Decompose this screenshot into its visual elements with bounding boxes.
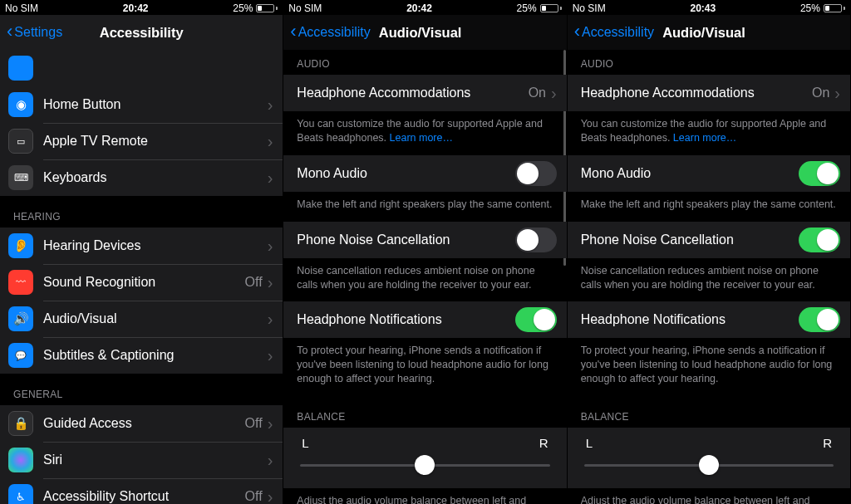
apple-tv-remote-icon: ▭ (8, 129, 33, 154)
row-home-button[interactable]: ◉ Home Button › (0, 86, 283, 123)
guided-access-icon: 🔒 (8, 411, 33, 436)
footer-headphone-accom: You can customize the audio for supporte… (568, 111, 850, 155)
battery-icon (256, 4, 278, 12)
accessibility-shortcut-icon: ♿︎ (8, 484, 33, 504)
slider-thumb[interactable] (699, 455, 719, 475)
status-bar: No SIM 20:43 25% (568, 0, 850, 15)
nav-bar: ‹ Settings Accessibility (0, 15, 283, 50)
row-mono-audio: Mono Audio (283, 155, 566, 192)
row-siri[interactable]: Siri › (0, 442, 283, 478)
section-header-balance: Balance (568, 396, 850, 428)
section-header-hearing: Hearing (0, 196, 283, 228)
row-label: Guided Access (43, 416, 245, 431)
switch-control-icon (8, 56, 33, 81)
chevron-right-icon: › (268, 487, 273, 505)
pane-audio-visual-on: No SIM 20:43 25% ‹ Accessibility Audio/V… (568, 0, 851, 504)
status-time: 20:42 (406, 2, 432, 14)
audio-visual-list[interactable]: Audio Headphone Accommodations On › You … (568, 50, 850, 504)
footer-notif: To protect your hearing, iPhone sends a … (568, 338, 850, 396)
row-label: Apple TV Remote (43, 134, 268, 149)
back-button[interactable]: ‹ Accessibility (290, 24, 370, 41)
back-button[interactable]: ‹ Settings (7, 24, 62, 41)
home-button-icon: ◉ (8, 92, 33, 117)
chevron-left-icon: ‹ (7, 22, 12, 41)
row-hearing-devices[interactable]: 👂 Hearing Devices › (0, 228, 283, 264)
carrier-text: No SIM (5, 2, 38, 14)
status-bar: No SIM 20:42 25% (283, 0, 566, 15)
row-label: Phone Noise Cancellation (581, 232, 799, 247)
row-guided-access[interactable]: 🔒 Guided Access Off › (0, 405, 283, 442)
noise-cancellation-switch[interactable] (515, 228, 557, 252)
row-phone-noise-cancellation: Phone Noise Cancellation (568, 222, 850, 258)
audio-visual-icon: 🔊 (8, 306, 33, 331)
row-accessibility-shortcut[interactable]: ♿︎ Accessibility Shortcut Off › (0, 478, 283, 504)
row-apple-tv-remote[interactable]: ▭ Apple TV Remote › (0, 123, 283, 159)
row-label: Headphone Notifications (297, 312, 514, 327)
balance-right-label: R (539, 436, 548, 450)
row-audio-visual[interactable]: 🔊 Audio/Visual › (0, 301, 283, 337)
section-header-audio: Audio (283, 50, 566, 75)
balance-slider[interactable] (584, 457, 834, 473)
battery-icon (824, 4, 845, 12)
chevron-right-icon: › (268, 132, 273, 151)
row-value: Off (245, 489, 263, 504)
noise-cancellation-switch[interactable] (799, 228, 840, 252)
chevron-right-icon: › (268, 169, 273, 188)
chevron-right-icon: › (268, 451, 273, 470)
row-label: Headphone Accommodations (297, 86, 528, 100)
chevron-right-icon: › (268, 310, 273, 329)
balance-right-label: R (823, 436, 832, 450)
chevron-right-icon: › (268, 95, 273, 115)
subtitles-icon: 💬 (8, 343, 33, 368)
footer-balance-cut: Adjust the audio volume balance between … (283, 488, 566, 504)
mono-audio-switch[interactable] (515, 161, 557, 186)
battery-pct: 25% (800, 2, 820, 14)
learn-more-link[interactable]: Learn more… (390, 132, 453, 144)
balance-control: L R (283, 428, 566, 488)
audio-visual-list[interactable]: Audio Headphone Accommodations On › You … (283, 50, 566, 504)
row-headphone-accommodations[interactable]: Headphone Accommodations On › (283, 75, 566, 111)
back-button[interactable]: ‹ Accessibility (574, 24, 654, 41)
row-switch-control[interactable] (0, 50, 283, 86)
accessibility-list[interactable]: ◉ Home Button › ▭ Apple TV Remote › ⌨ Ke… (0, 50, 283, 504)
footer-notif: To protect your hearing, iPhone sends a … (283, 338, 566, 396)
nav-title: Audio/Visual (662, 25, 745, 41)
battery-icon (540, 4, 562, 12)
row-value: Off (245, 416, 263, 431)
row-subtitles-captioning[interactable]: 💬 Subtitles & Captioning › (0, 337, 283, 374)
row-headphone-notifications: Headphone Notifications (568, 301, 850, 338)
carrier-text: No SIM (573, 2, 606, 14)
row-label: Headphone Accommodations (581, 86, 812, 100)
row-label: Hearing Devices (43, 238, 268, 253)
balance-slider[interactable] (300, 457, 549, 473)
back-label: Accessibility (582, 25, 654, 40)
row-label: Headphone Notifications (581, 312, 799, 327)
nav-title: Audio/Visual (379, 25, 462, 41)
section-header-balance: Balance (283, 396, 566, 428)
pane-accessibility: No SIM 20:42 25% ‹ Settings Accessibilit… (0, 0, 283, 504)
slider-thumb[interactable] (415, 455, 435, 475)
row-label: Phone Noise Cancellation (297, 232, 514, 247)
row-label: Siri (43, 453, 268, 467)
carrier-text: No SIM (288, 2, 322, 14)
headphone-notifications-switch[interactable] (515, 307, 557, 332)
hearing-devices-icon: 👂 (8, 233, 33, 258)
headphone-notifications-switch[interactable] (799, 307, 840, 332)
learn-more-link[interactable]: Learn more… (673, 132, 736, 144)
chevron-right-icon: › (551, 84, 557, 103)
mono-audio-switch[interactable] (799, 161, 840, 186)
row-keyboards[interactable]: ⌨ Keyboards › (0, 159, 283, 196)
chevron-right-icon: › (268, 346, 273, 365)
row-sound-recognition[interactable]: 〰 Sound Recognition Off › (0, 264, 283, 301)
row-label: Keyboards (43, 170, 268, 185)
back-label: Accessibility (298, 25, 371, 40)
row-value: On (812, 86, 829, 100)
footer-headphone-accom: You can customize the audio for supporte… (283, 111, 566, 155)
chevron-right-icon: › (268, 414, 273, 433)
row-headphone-accommodations[interactable]: Headphone Accommodations On › (568, 75, 850, 111)
back-label: Settings (14, 25, 62, 40)
chevron-right-icon: › (268, 273, 273, 292)
nav-bar: ‹ Accessibility Audio/Visual (568, 15, 850, 50)
section-header-audio: Audio (568, 50, 850, 75)
balance-left-label: L (586, 436, 593, 450)
